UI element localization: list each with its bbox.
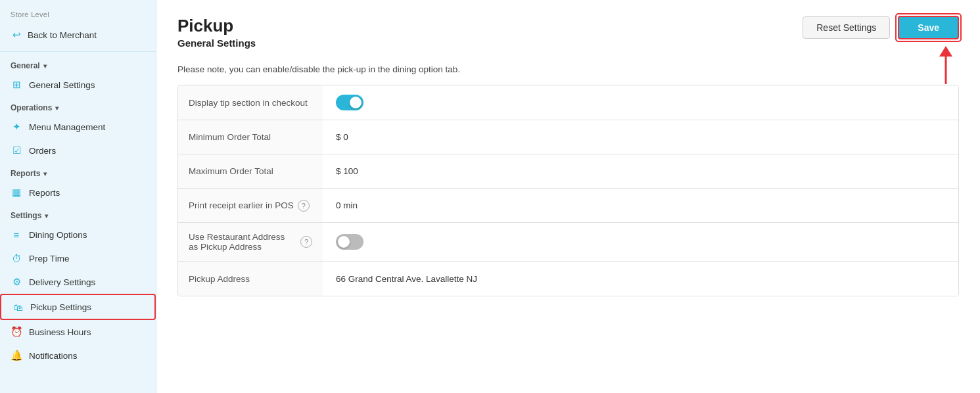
row-min-order: Minimum Order Total $ 0 xyxy=(178,120,958,154)
label-pickup-address: Pickup Address xyxy=(178,262,323,296)
sidebar-item-label: Prep Time xyxy=(29,254,70,264)
save-button[interactable]: Save xyxy=(898,16,959,39)
sidebar-item-menu-management[interactable]: ✦ Menu Management xyxy=(0,115,156,139)
toggle-display-tip[interactable] xyxy=(336,95,363,110)
sidebar-item-orders[interactable]: ☑ Orders xyxy=(0,139,156,162)
save-wrapper: Save xyxy=(898,16,959,39)
sidebar-divider-1 xyxy=(0,51,156,52)
toggle-restaurant-address[interactable] xyxy=(336,234,363,250)
help-icon-restaurant-address[interactable]: ? xyxy=(300,236,312,248)
main-content: Pickup General Settings Reset Settings S… xyxy=(156,0,980,393)
label-restaurant-address: Use Restaurant Address as Pickup Address… xyxy=(178,223,323,261)
sidebar-item-label: Delivery Settings xyxy=(29,277,95,287)
sidebar-item-delivery-settings[interactable]: ⚙ Delivery Settings xyxy=(0,270,156,294)
list-icon: ≡ xyxy=(11,229,22,241)
settings-table: Display tip section in checkout Minimum … xyxy=(177,85,959,296)
timer-icon: ⏰ xyxy=(11,326,22,338)
main-header: Pickup General Settings Reset Settings S… xyxy=(156,0,980,59)
reset-settings-button[interactable]: Reset Settings xyxy=(803,16,890,39)
bag-icon: 🛍 xyxy=(12,301,24,313)
value-max-order: $ 100 xyxy=(323,154,958,188)
wrench-icon: ✦ xyxy=(11,121,22,133)
value-pickup-address: 66 Grand Central Ave. Lavallette NJ xyxy=(323,262,958,296)
header-actions: Reset Settings Save xyxy=(803,16,959,39)
value-print-receipt: 0 min xyxy=(323,189,958,222)
row-restaurant-address: Use Restaurant Address as Pickup Address… xyxy=(178,223,958,262)
chevron-down-icon-reports: ▾ xyxy=(43,170,47,177)
svg-marker-1 xyxy=(939,46,952,57)
section-operations: Operations ▾ xyxy=(0,97,156,115)
sidebar-item-prep-time[interactable]: ⏱ Prep Time xyxy=(0,246,156,270)
sidebar-item-label: Menu Management xyxy=(29,122,105,132)
value-min-order: $ 0 xyxy=(323,120,958,154)
sidebar-item-dining-options[interactable]: ≡ Dining Options xyxy=(0,223,156,246)
section-general: General ▾ xyxy=(0,55,156,73)
sidebar-item-reports[interactable]: ▦ Reports xyxy=(0,181,156,204)
store-level-label: Store Level xyxy=(0,0,156,21)
label-min-order: Minimum Order Total xyxy=(178,120,323,154)
chevron-down-icon-settings: ▾ xyxy=(45,212,48,220)
clock-icon: ⏱ xyxy=(11,252,22,264)
row-pickup-address: Pickup Address 66 Grand Central Ave. Lav… xyxy=(178,262,958,296)
section-reports: Reports ▾ xyxy=(0,162,156,181)
bar-chart-icon: ▦ xyxy=(11,187,22,198)
chevron-down-icon-ops: ▾ xyxy=(55,104,58,112)
sidebar-item-label: Dining Options xyxy=(29,230,87,240)
page-subtitle: General Settings xyxy=(177,37,256,49)
help-icon-print-receipt[interactable]: ? xyxy=(298,200,310,212)
label-print-receipt: Print receipt earlier in POS ? xyxy=(178,189,323,222)
sidebar-item-notifications[interactable]: 🔔 Notifications xyxy=(0,344,156,367)
grid-icon: ⊞ xyxy=(11,79,22,91)
section-settings: Settings ▾ xyxy=(0,204,156,223)
row-display-tip: Display tip section in checkout xyxy=(178,85,958,120)
sidebar: Store Level ↩ Back to Merchant General ▾… xyxy=(0,0,156,393)
delivery-icon: ⚙ xyxy=(11,276,22,288)
row-print-receipt: Print receipt earlier in POS ? 0 min xyxy=(178,189,958,223)
back-to-merchant-item[interactable]: ↩ Back to Merchant xyxy=(0,21,156,49)
page-title: Pickup xyxy=(177,16,256,36)
value-display-tip xyxy=(323,85,958,120)
back-to-merchant-label: Back to Merchant xyxy=(28,30,97,40)
label-display-tip: Display tip section in checkout xyxy=(178,85,323,120)
sidebar-item-label: Notifications xyxy=(29,351,78,361)
note-text: Please note, you can enable/disable the … xyxy=(156,59,980,85)
clipboard-icon: ☑ xyxy=(11,145,22,156)
sidebar-item-label: Pickup Settings xyxy=(30,302,91,312)
sidebar-item-pickup-settings[interactable]: 🛍 Pickup Settings xyxy=(0,294,156,320)
chevron-down-icon: ▾ xyxy=(43,62,47,70)
back-icon: ↩ xyxy=(11,29,22,41)
sidebar-item-general-settings[interactable]: ⊞ General Settings xyxy=(0,73,156,97)
sidebar-item-label: Orders xyxy=(29,146,56,156)
value-restaurant-address xyxy=(323,223,958,261)
title-area: Pickup General Settings xyxy=(177,16,256,49)
row-max-order: Maximum Order Total $ 100 xyxy=(178,154,958,189)
sidebar-item-label: Business Hours xyxy=(29,327,91,337)
sidebar-item-label: General Settings xyxy=(29,80,95,90)
sidebar-item-label: Reports xyxy=(29,188,60,198)
sidebar-item-business-hours[interactable]: ⏰ Business Hours xyxy=(0,320,156,344)
label-max-order: Maximum Order Total xyxy=(178,154,323,188)
bell-icon: 🔔 xyxy=(11,350,22,361)
